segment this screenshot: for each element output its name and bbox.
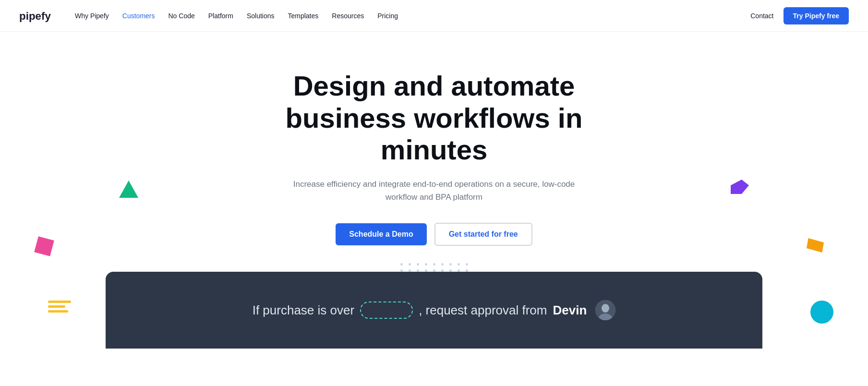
dot — [409, 269, 411, 272]
navbar: pipefy Why Pipefy Customers No Code Plat… — [0, 0, 868, 32]
dot — [441, 269, 444, 272]
dot — [466, 263, 468, 265]
dot — [466, 269, 468, 272]
dot — [433, 269, 435, 272]
nav-item-why-pipefy[interactable]: Why Pipefy — [75, 12, 109, 20]
svg-text:pipefy: pipefy — [19, 10, 51, 22]
nav-item-customers[interactable]: Customers — [122, 12, 155, 20]
nav-item-resources[interactable]: Resources — [332, 12, 364, 20]
dot — [449, 263, 452, 265]
teal-circle-shape — [810, 301, 833, 324]
workflow-text-before: If purchase is over — [253, 303, 354, 318]
svg-point-2 — [602, 304, 609, 313]
dots-row-1 — [400, 263, 468, 265]
green-triangle-shape — [119, 181, 138, 198]
nav-item-platform[interactable]: Platform — [208, 12, 233, 20]
hero-heading: Design and automate business workflows i… — [252, 70, 616, 166]
dot — [409, 263, 411, 265]
dot — [433, 263, 435, 265]
dot — [417, 263, 419, 265]
workflow-name: Devin — [553, 303, 587, 318]
nav-item-solutions[interactable]: Solutions — [247, 12, 275, 20]
avatar — [595, 300, 615, 320]
get-started-button[interactable]: Get started for free — [434, 223, 532, 246]
hero-buttons: Schedule a Demo Get started for free — [336, 223, 532, 246]
dots-row-2 — [400, 269, 468, 272]
purple-shape — [731, 180, 749, 194]
dot — [400, 269, 403, 272]
pink-square-shape — [34, 236, 54, 256]
dots-decoration — [400, 263, 468, 272]
dot — [417, 269, 419, 272]
hero-subheading: Increase efficiency and integrate end-to… — [290, 178, 578, 204]
dot — [425, 263, 427, 265]
workflow-demo-section: If purchase is over , request approval f… — [106, 272, 762, 349]
workflow-statement: If purchase is over , request approval f… — [253, 300, 616, 320]
nav-links: Why Pipefy Customers No Code Platform So… — [75, 12, 750, 20]
dot — [441, 263, 444, 265]
dot — [400, 263, 403, 265]
try-pipefy-free-button[interactable]: Try Pipefy free — [784, 7, 849, 24]
dot — [458, 263, 460, 265]
logo[interactable]: pipefy — [19, 9, 58, 23]
schedule-demo-button[interactable]: Schedule a Demo — [336, 223, 426, 245]
workflow-text-after: , request approval from — [419, 303, 547, 318]
hero-section: Design and automate business workflows i… — [0, 32, 868, 272]
dot — [458, 269, 460, 272]
nav-item-templates[interactable]: Templates — [288, 12, 318, 20]
nav-right: Contact Try Pipefy free — [750, 7, 849, 24]
contact-link[interactable]: Contact — [750, 12, 773, 20]
nav-item-no-code[interactable]: No Code — [169, 12, 195, 20]
dot — [449, 269, 452, 272]
workflow-dashed-input — [360, 302, 413, 319]
nav-item-pricing[interactable]: Pricing — [377, 12, 398, 20]
yellow-lines-shape — [48, 301, 71, 313]
dot — [425, 269, 427, 272]
orange-shape — [807, 238, 824, 253]
